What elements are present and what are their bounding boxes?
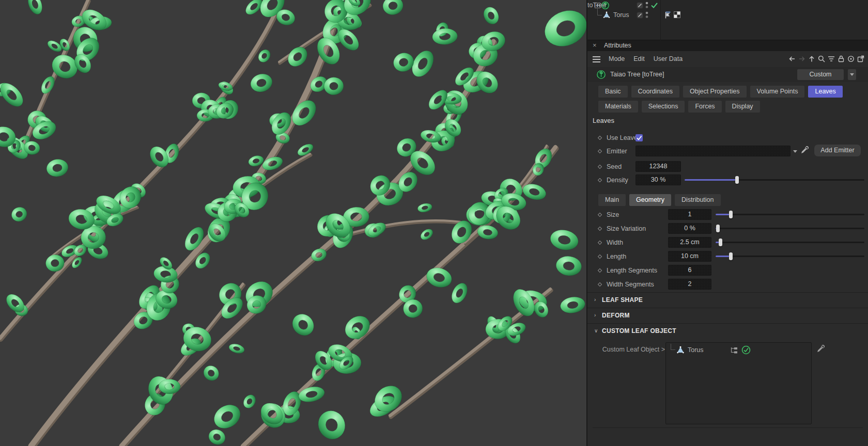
emitter-field[interactable] (636, 146, 791, 156)
eyedropper-icon[interactable] (816, 345, 825, 353)
size-slider-handle[interactable] (729, 211, 733, 218)
tab-materials[interactable]: Materials (598, 101, 638, 113)
tab-display[interactable]: Display (725, 101, 760, 113)
add-emitter-button[interactable]: Add Emitter (814, 145, 861, 156)
app-root: toTree Torus (0, 0, 868, 446)
length-segments-input[interactable]: 6 (668, 265, 711, 276)
forward-arrow-icon[interactable] (798, 55, 806, 63)
size-variation-slider-track[interactable] (716, 228, 864, 229)
tab-object-properties[interactable]: Object Properties (683, 86, 747, 98)
density-slider-fill (685, 179, 737, 181)
subtab-row: MainGeometryDistribution (598, 194, 721, 206)
density-label: Density (607, 177, 628, 184)
section-header-deform[interactable]: ›DEFORM (587, 308, 868, 323)
density-slider-handle[interactable] (735, 176, 739, 184)
section-separator (593, 427, 863, 428)
menu-edit[interactable]: Edit (633, 55, 645, 62)
width-label: Width (607, 239, 623, 246)
tab-selections[interactable]: Selections (642, 101, 685, 113)
tree-generator-icon (597, 70, 606, 79)
width-slider-track[interactable] (716, 242, 864, 243)
size-slider-track[interactable] (716, 214, 864, 215)
length-input[interactable]: 10 cm (668, 251, 711, 262)
hierarchy-connector (671, 344, 675, 350)
menu-mode[interactable]: Mode (609, 55, 625, 62)
length-slider-handle[interactable] (729, 252, 733, 260)
hierarchy-icon[interactable] (730, 347, 738, 354)
width-slider-handle[interactable] (719, 238, 722, 246)
seed-input[interactable]: 12348 (636, 161, 681, 172)
tab-basic[interactable]: Basic (598, 86, 628, 98)
search-icon[interactable] (817, 55, 826, 63)
chevron-down-icon[interactable] (793, 150, 797, 153)
lock-icon[interactable] (837, 55, 845, 63)
tab-distribution[interactable]: Distribution (675, 194, 721, 206)
close-icon[interactable]: × (593, 41, 597, 49)
viewport-canvas[interactable] (0, 0, 587, 446)
param-diamond-icon (598, 241, 602, 245)
attributes-menubar: ModeEditUser Data (587, 51, 868, 67)
back-arrow-icon[interactable] (788, 55, 796, 63)
width-input[interactable]: 2.5 cm (668, 237, 711, 248)
enabled-check-icon[interactable] (650, 2, 658, 9)
up-arrow-icon[interactable] (808, 55, 816, 63)
edit-toggle-icon[interactable] (637, 2, 643, 9)
tab-forces[interactable]: Forces (688, 101, 721, 113)
edit-toggle-icon[interactable] (637, 12, 643, 19)
custom-leaf-object-label-text: Custom Leaf Object (602, 346, 659, 353)
section-header-leaf-shape[interactable]: ›LEAF SHAPE (587, 292, 868, 308)
length-segments-label: Length Segments (607, 267, 657, 274)
check-icon (636, 134, 643, 141)
viewport-3d[interactable] (0, 0, 587, 446)
attributes-titlebar: × Attributes (587, 40, 868, 51)
chevron-down-icon (850, 73, 854, 76)
param-diamond-icon (598, 178, 602, 182)
eyedropper-icon[interactable] (800, 146, 809, 154)
object-title: Taiao Tree [toTree] (610, 71, 664, 78)
tab-geometry[interactable]: Geometry (629, 194, 671, 206)
section-header-custom-leaf-object[interactable]: ∨CUSTOM LEAF OBJECT (587, 323, 868, 339)
preset-dropdown[interactable]: Custom (797, 69, 844, 80)
menu-user-data[interactable]: User Data (654, 55, 683, 62)
chevron-right-icon: › (594, 312, 596, 318)
density-input[interactable]: 30 % (636, 174, 681, 185)
hamburger-menu-icon[interactable] (593, 56, 601, 62)
tab-volume-points[interactable]: Volume Points (750, 86, 805, 98)
size-input[interactable]: 1 (668, 209, 711, 220)
object-name-totree[interactable]: toTree (587, 2, 606, 9)
size-variation-input[interactable]: 0 % (668, 223, 711, 234)
hierarchy-connector (597, 8, 602, 15)
size-variation-label: Size Variation (607, 225, 646, 232)
width-segments-input[interactable]: 2 (668, 279, 711, 290)
tab-main[interactable]: Main (598, 194, 626, 206)
object-manager: toTree Torus (587, 0, 868, 40)
filter-icon[interactable] (827, 55, 835, 63)
param-diamond-icon (598, 254, 602, 259)
panel-title: Attributes (604, 42, 631, 49)
length-slider-fill (716, 256, 731, 257)
preset-dropdown-button[interactable] (848, 69, 856, 80)
toolbar-icons (788, 55, 865, 63)
object-row-torus[interactable]: Torus (587, 10, 868, 20)
object-name-torus[interactable]: Torus (613, 11, 629, 19)
object-row-totree[interactable]: toTree (587, 1, 868, 10)
visibility-dots-icon[interactable] (645, 1, 648, 9)
param-diamond-icon (598, 149, 602, 153)
enabled-check-circle-icon[interactable] (741, 345, 751, 355)
right-panel: toTree Torus (587, 0, 868, 446)
param-diamond-icon (598, 227, 602, 231)
parameter-sections: ›LEAF SHAPE›DEFORM∨CUSTOM LEAF OBJECT (587, 292, 868, 339)
linked-object-name[interactable]: Torus (688, 346, 704, 354)
length-slider-track[interactable] (716, 256, 864, 257)
use-leaves-checkbox[interactable] (636, 134, 643, 141)
new-window-icon[interactable] (857, 55, 865, 63)
checkerboard-tag-icon[interactable] (674, 11, 680, 18)
tab-coordinates[interactable]: Coordinates (631, 86, 679, 98)
visibility-dots-icon[interactable] (645, 11, 648, 19)
track-target-icon[interactable] (847, 55, 855, 63)
flag-tag-icon[interactable] (664, 11, 672, 19)
tab-leaves[interactable]: Leaves (808, 86, 842, 98)
custom-leaf-link-box[interactable]: Torus (665, 342, 812, 424)
size-variation-slider-handle[interactable] (716, 225, 720, 232)
param-diamond-icon (598, 268, 602, 273)
